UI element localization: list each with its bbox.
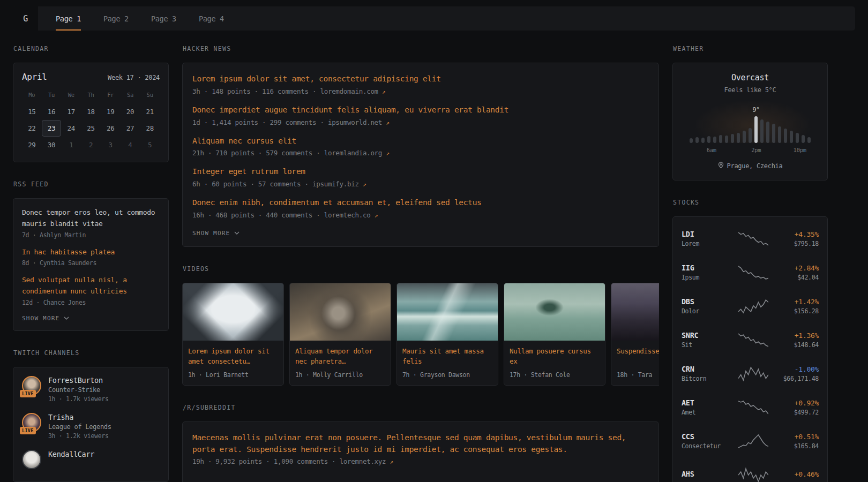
rss-item-link[interactable]: In hac habitasse platea: [22, 247, 160, 258]
dashboard: G Page 1 Page 2 Page 3 Page 4 CALENDAR A…: [0, 0, 868, 482]
news-title-link[interactable]: Donec enim nibh, condimentum et accumsan…: [192, 197, 482, 209]
stock-name: Dolor: [682, 307, 734, 315]
tab-page-3[interactable]: Page 3: [140, 6, 188, 31]
stock-name: Amet: [682, 409, 734, 416]
video-card[interactable]: Mauris sit amet massa felis 7h · Grayson…: [396, 283, 498, 386]
app-logo[interactable]: G: [13, 6, 38, 31]
stock-values: +1.36% $148.64: [773, 332, 819, 349]
news-domain-link[interactable]: ipsumworld.net ↗: [328, 118, 390, 126]
rss-card: Donec tempor eros leo, ut commodo mauris…: [13, 198, 169, 331]
videos-carousel[interactable]: Lorem ipsum dolor sit amet consectetu… 1…: [182, 283, 659, 386]
stock-row[interactable]: AET Amet +0.92% $499.72: [682, 390, 819, 424]
news-title-link[interactable]: Lorem ipsum dolor sit amet, consectetur …: [192, 73, 441, 85]
stock-values: -1.00% $66,171.48: [773, 365, 819, 382]
chevron-down-icon: [234, 231, 240, 235]
calendar-day-next-month: 1: [61, 137, 81, 153]
temperature-bar-column: [796, 101, 799, 143]
rss-item: Donec tempor eros leo, ut commodo mauris…: [22, 207, 160, 239]
stock-sparkline: [734, 366, 773, 382]
calendar-day: 19: [101, 103, 121, 120]
stock-row[interactable]: DBS Dolor +1.42% $156.28: [682, 289, 819, 323]
stock-sparkline: [734, 265, 773, 281]
temperature-bar-column: [749, 101, 752, 143]
twitch-channel-name: KendallCarr: [48, 450, 94, 458]
rss-show-more-button[interactable]: SHOW MORE: [22, 315, 160, 322]
temperature-bar-column: [690, 101, 693, 143]
news-title-link[interactable]: Donec imperdiet augue tincidunt felis al…: [192, 104, 508, 116]
video-card[interactable]: Nullam posuere cursus ex 17h · Stefan Co…: [504, 283, 605, 386]
current-temp-label: 9°: [752, 106, 759, 114]
calendar-day-next-month: 4: [121, 137, 140, 153]
right-column: WEATHER Overcast Feels like 5°C 9° 6am 2…: [672, 45, 828, 482]
temperature-bar-column: [802, 101, 805, 143]
stock-row[interactable]: LDI Lorem +4.35% $795.18: [682, 222, 819, 255]
stock-symbol: AHS: [682, 470, 734, 478]
stock-change: +4.35%: [773, 230, 819, 238]
news-domain-link[interactable]: loremlandia.org ↗: [324, 149, 390, 157]
twitch-avatar-wrap: [22, 450, 41, 469]
video-card[interactable]: Lorem ipsum dolor sit amet consectetu… 1…: [182, 283, 284, 386]
news-domain-link[interactable]: ipsumify.biz ↗: [312, 180, 366, 188]
stock-row[interactable]: SNRC Sit +1.36% $148.64: [682, 323, 819, 357]
stock-row[interactable]: AHS +0.46%: [682, 458, 819, 482]
news-title-link[interactable]: Integer eget rutrum lorem: [192, 166, 305, 178]
stock-info: IIG Ipsum: [682, 263, 734, 281]
news-domain: ipsumworld.net: [328, 118, 382, 126]
hackernews-section-title: HACKER NEWS: [183, 45, 659, 52]
stock-values: +0.46%: [773, 470, 819, 480]
twitch-channel[interactable]: KendallCarr: [22, 450, 160, 469]
weather-section-title: WEATHER: [673, 45, 828, 52]
stock-symbol: DBS: [682, 297, 734, 306]
subreddit-section: /R/SUBREDDIT Maecenas mollis pulvinar er…: [182, 404, 659, 482]
temperature-bar-column: [719, 101, 722, 143]
stock-symbol: LDI: [682, 230, 734, 238]
stock-price: $148.64: [773, 341, 819, 349]
temperature-bar: [719, 135, 722, 143]
news-meta: 6h · 60 points · 57 comments · ipsumify.…: [192, 180, 649, 188]
calendar-dow: Mo: [22, 88, 42, 103]
rss-item-meta: 7d · Ashlyn Martin: [22, 231, 160, 239]
news-title-link[interactable]: Aliquam nec cursus elit: [192, 135, 296, 147]
time-label: 6am: [707, 147, 716, 153]
video-card[interactable]: Aliquam tempor dolor nec pharetra… 1h · …: [289, 283, 391, 386]
twitch-channel[interactable]: LIVE Trisha League of Legends 3h · 1.2k …: [22, 413, 160, 440]
reddit-domain-link[interactable]: loremnet.xyz ↗: [340, 457, 393, 465]
temperature-bar: [772, 124, 775, 143]
weather-condition: Overcast: [682, 73, 819, 82]
stock-symbol: AET: [682, 398, 734, 407]
external-link-icon: ↗: [390, 458, 393, 465]
video-meta: 7h · Grayson Dawson: [402, 371, 492, 379]
news-meta-text: 3h · 148 points · 116 comments ·: [192, 87, 320, 95]
rss-section: RSS FEED Donec tempor eros leo, ut commo…: [13, 180, 169, 331]
news-domain-link[interactable]: loremtech.co ↗: [324, 211, 378, 219]
external-link-icon: ↗: [375, 212, 378, 219]
hackernews-show-more-button[interactable]: SHOW MORE: [192, 230, 649, 237]
stock-row[interactable]: IIG Ipsum +2.84% $42.04: [682, 255, 819, 289]
stock-name: Ipsum: [682, 274, 734, 281]
rss-item-link[interactable]: Sed volutpat nulla nisl, a condimentum n…: [22, 275, 160, 297]
video-card[interactable]: Suspendisse diam 18h · Tara: [611, 283, 659, 386]
news-meta: 16h · 468 points · 440 comments · loremt…: [192, 211, 649, 219]
news-domain-link[interactable]: loremdomain.com ↗: [320, 87, 385, 95]
twitch-avatar-wrap: LIVE: [22, 376, 41, 395]
stock-change: +2.84%: [773, 264, 819, 272]
temperature-bar: [796, 133, 799, 143]
stock-info: SNRC Sit: [682, 331, 734, 349]
tab-page-2[interactable]: Page 2: [92, 6, 140, 31]
reddit-post-title-link[interactable]: Maecenas mollis pulvinar erat non posuer…: [192, 432, 649, 456]
tab-page-4[interactable]: Page 4: [188, 6, 235, 31]
rss-item-link[interactable]: Donec tempor eros leo, ut commodo mauris…: [22, 207, 160, 230]
calendar-month: April: [22, 72, 47, 82]
calendar-day: 20: [121, 103, 140, 120]
stock-price: $66,171.48: [773, 375, 819, 382]
stock-row[interactable]: CRN Bitcorn -1.00% $66,171.48: [682, 357, 819, 390]
stock-row[interactable]: CCS Consectetur +0.51% $165.84: [682, 424, 819, 458]
twitch-section-title: TWITCH CHANNELS: [13, 349, 169, 357]
twitch-channel-info: KendallCarr: [48, 450, 94, 458]
content-grid: CALENDAR April Week 17 · 2024 Mo Tu We T…: [13, 45, 855, 482]
weather-location-text: Prague, Czechia: [727, 162, 783, 170]
twitch-channel[interactable]: LIVE ForrestBurton Counter-Strike 1h · 1…: [22, 376, 160, 403]
tab-page-1[interactable]: Page 1: [44, 6, 92, 31]
temperature-bar: [743, 131, 746, 143]
twitch-card: LIVE ForrestBurton Counter-Strike 1h · 1…: [13, 367, 169, 482]
